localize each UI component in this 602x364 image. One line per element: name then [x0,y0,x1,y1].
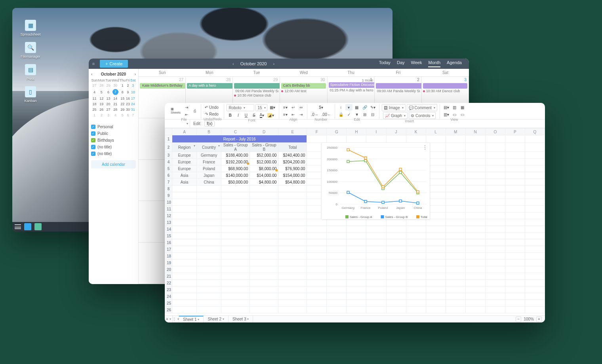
calendar-checkbox-row[interactable]: ✓Personal [91,123,136,130]
lock-icon[interactable]: 🔒 [337,111,345,118]
event-item[interactable]: 09:00 AM Panda Weekly Su… [234,89,278,93]
export-icon[interactable]: ⇤ [183,111,190,118]
delete-row-icon[interactable]: ⊟ [369,111,376,118]
dropdown-icon[interactable]: ▼ [353,111,360,118]
hide-cols-icon[interactable]: ▥▾ [442,111,450,118]
more-events-link[interactable]: 1 more [329,78,373,82]
link-icon[interactable]: 🔗 [361,104,368,110]
svg-rect-22 [347,191,349,193]
create-button[interactable]: + Create [100,60,128,68]
event-bar[interactable]: Speculative Fiction Discussion Club [329,82,375,88]
desktop-icon-kanban[interactable]: ▯Kanban [19,86,42,103]
desktop-icon-filemanager[interactable]: 🔍Filemanager [19,42,42,59]
font-size-select[interactable]: 15 [255,104,267,111]
event-bar[interactable]: Cat's Birthday bb [281,83,326,89]
sheets-button[interactable]: ▦Sheets [170,104,182,117]
decimal-dec-icon[interactable]: .00← [320,111,332,118]
indent-dec-icon[interactable]: ⇤ [290,111,297,118]
fill-color-button[interactable]: ◢▾ [266,112,275,118]
cond-format-icon[interactable]: ▦ [353,104,360,110]
event-item[interactable]: 12:00 AM test [281,89,326,93]
event-bar[interactable]: A day with a hero [187,83,233,89]
sheet-menu-icon[interactable]: ⋮ [173,316,179,322]
validation-icon[interactable]: ✓ [345,111,352,118]
menu-icon[interactable]: ≡ [89,61,98,66]
filter-icon[interactable]: ▾ [345,104,352,110]
calendar-title: October 2020 [240,61,267,66]
svg-rect-27 [347,148,349,151]
sort-icon[interactable]: ↕ [337,104,345,110]
add-calendar-button[interactable]: Add calendar [91,160,136,169]
next-month-icon[interactable]: › [273,61,274,66]
svg-rect-26 [417,202,419,204]
taskbar-app-icon[interactable] [24,223,31,230]
svg-text:200000: 200000 [327,157,337,161]
zoom-icon[interactable]: ▭ [459,111,466,118]
insert-comment-button[interactable]: 💬 Comment [407,104,437,111]
sheet-tab[interactable]: Sheet 1 [179,316,204,322]
view-month[interactable]: Month [428,60,440,67]
event-item[interactable]: 10:30 AM Dance club [423,89,467,93]
merge-icon[interactable]: ⇔ [297,104,305,110]
zoom-out-button[interactable]: − [516,317,521,322]
borders-icon[interactable]: ▦▾ [269,104,276,110]
font-family-select[interactable]: Roboto [227,104,254,111]
number-format-icon[interactable]: $▾ [318,104,325,110]
taskbar-app-icon[interactable] [34,223,42,230]
font-color-button[interactable]: A▾ [258,112,265,118]
bold-button[interactable]: B [227,112,234,118]
mini-next-icon[interactable]: › [135,72,136,76]
zoom-in-button[interactable]: + [536,317,542,322]
view-week[interactable]: Week [411,60,422,67]
align-left-icon[interactable]: ≡▾ [282,104,289,110]
valign-icon[interactable]: ≡▾ [282,111,289,118]
insert-controls-button[interactable]: ⚙ Controls [409,112,436,119]
today-button[interactable]: Today [379,60,391,67]
fx-button[interactable]: f(x) [204,121,215,127]
insert-image-button[interactable]: 🖼 Image [382,104,406,111]
event-item[interactable]: 09:00 AM Panda Weekly Su… [376,89,420,93]
add-sheet-button[interactable]: + [165,316,173,322]
desktop-icon-pivot[interactable]: ▤Pivot [19,64,42,81]
mini-prev-icon[interactable]: ‹ [91,72,92,76]
hide-rows-icon[interactable]: ▤▾ [442,104,450,110]
taskbar-menu-icon[interactable] [15,224,21,229]
calendar-checkbox-row[interactable]: ✓(no title) [91,150,136,157]
calendar-checkbox-row[interactable]: ✓Public [91,130,136,137]
mini-calendar-grid[interactable]: SunMonTueWedThuFriSat2728293012345678910… [91,78,136,118]
headers-icon[interactable]: ▭ [451,111,458,118]
event-bar[interactable] [234,83,280,89]
wrap-text-icon[interactable]: ↩ [290,104,297,110]
italic-button[interactable]: I [234,112,242,118]
underline-button[interactable]: U [242,112,250,118]
insert-row-icon[interactable]: ⊞ [361,111,368,118]
redo-button[interactable]: ↷ Redo [204,111,220,117]
gridlines-icon[interactable]: ▦ [459,104,466,110]
svg-rect-23 [364,200,367,203]
name-box[interactable] [165,119,190,128]
import-icon[interactable]: ⇥ [183,104,190,110]
view-day[interactable]: Day [397,60,405,67]
view-agenda[interactable]: Agenda [447,60,462,67]
prev-month-icon[interactable]: ‹ [232,61,234,66]
decimal-inc-icon[interactable]: .0→ [310,111,319,118]
event-item[interactable]: 01:25 PM A day with a hero [329,88,373,92]
spreadsheet-grid[interactable]: ABCDEFGHIJKLMNOPQ1Report - July 20162 Re… [165,128,545,315]
svg-text:China: China [414,206,422,210]
strike-button[interactable]: S [250,112,257,118]
embedded-chart[interactable]: ⋮ 050000100000150000200000250000GermanyF… [321,142,430,220]
insert-graph-button[interactable]: 📈 Graph [383,112,408,119]
freeze-icon[interactable]: ▥ [451,104,458,110]
desktop-icon-spreadsheet[interactable]: ▦Spreadsheet [19,20,42,36]
calendar-checkbox-row[interactable]: ✓Birthdays [91,137,136,144]
calendar-checkbox-row[interactable]: ✓(no title) [91,144,136,150]
chart-menu-icon[interactable]: ⋮ [423,144,427,150]
event-item[interactable]: 10:30 AM Dance club [234,93,278,97]
clear-icon[interactable]: ✎▾ [369,104,377,110]
event-bar[interactable]: Kate Middleton's Birthday [140,83,186,89]
print-icon[interactable]: ⎙ [191,108,198,114]
indent-inc-icon[interactable]: ⇥ [297,111,305,118]
sheet-tab[interactable]: Sheet 3 [229,316,253,322]
undo-button[interactable]: ↶ Undo [204,104,220,110]
sheet-tab[interactable]: Sheet 2 [204,316,228,322]
